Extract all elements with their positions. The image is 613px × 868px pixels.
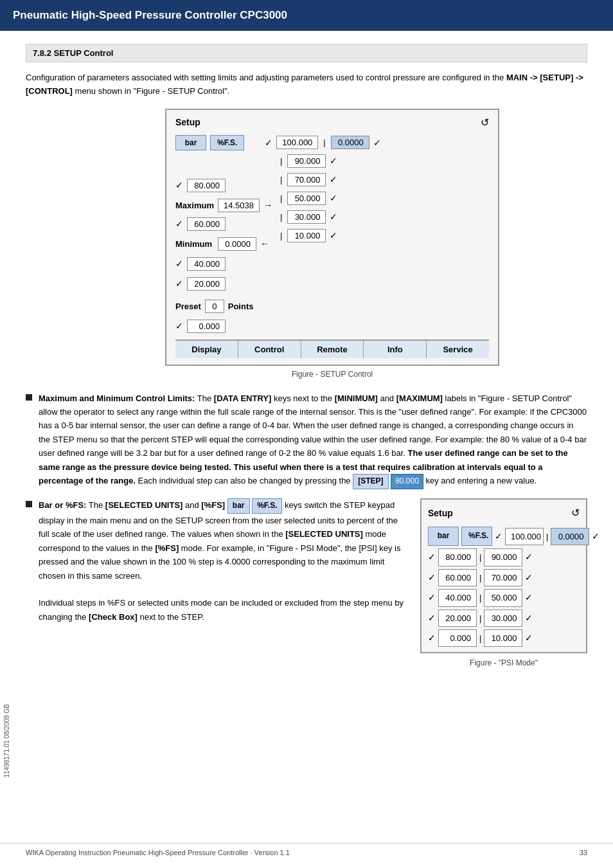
psi-check-10[interactable]: ✓ [525,631,533,646]
psi-val-40: 40.000 [438,589,477,606]
psi-check-0[interactable]: ✓ [428,631,436,646]
figure1-caption: Figure - SETUP Control [292,370,373,379]
min-arrow-icon[interactable]: ← [260,239,269,249]
psi-check-40[interactable]: ✓ [428,590,436,605]
check-70-right[interactable]: ✓ [330,174,337,185]
psi-val-80: 80.000 [438,548,477,566]
check-20-left[interactable]: ✓ [175,278,183,289]
pct-button[interactable]: %F.S. [210,135,244,150]
check-80-left[interactable]: ✓ [175,180,183,190]
unit-button[interactable]: bar [175,135,206,150]
footer-left: WIKA Operating Instruction Pneumatic Hig… [26,849,290,856]
setup-labels: ✓ 80.000 Maximum 14.5038 → ✓ 60.000 Mini… [175,154,272,333]
section-intro: Configuration of parameters associated w… [26,71,587,98]
bullet-item-1: Maximum and Minimum Control Limits: The … [26,392,587,489]
value-90: 90.000 [287,154,326,168]
check-60-left[interactable]: ✓ [175,219,183,229]
page-title: Pneumatic High-Speed Pressure Controller… [13,9,287,21]
side-margin-text: 11498171.01 08/2009 GB [3,704,10,778]
value-70: 70.000 [287,173,326,186]
psi-check-60[interactable]: ✓ [428,570,436,585]
preset-value[interactable]: 0 [205,300,224,313]
bullet2-heading: Bar or %FS: [39,500,86,510]
preset-label: Preset [175,302,201,311]
psi-pct-btn[interactable]: %F.S. [461,527,492,546]
check-0-left[interactable]: ✓ [175,321,183,331]
min-value[interactable]: 0.0000 [218,237,256,251]
setup-box-title: Setup [175,117,200,127]
page-footer: WIKA Operating Instruction Pneumatic Hig… [0,843,613,862]
psi-check-100[interactable]: ✓ [495,529,502,544]
psi-refresh-icon[interactable]: ↺ [571,505,580,521]
check-90-right[interactable]: ✓ [330,156,337,166]
value-0000: 0.0000 [331,136,369,149]
setup-box-header: Setup ↺ [175,116,489,129]
check-10-right[interactable]: ✓ [330,230,337,240]
refresh-icon[interactable]: ↺ [481,116,489,129]
nav-service[interactable]: Service [427,341,489,358]
bullet-list: Maximum and Minimum Control Limits: The … [26,392,587,677]
setup-figure-1: Setup ↺ bar %F.S. ✓ 100.000 | 0.0000 ✓ [77,109,587,379]
psi-figure: Setup ↺ bar %F.S. ✓ 100.000 | 0.0000 ✓ [420,498,587,670]
psi-check-90[interactable]: ✓ [525,550,533,565]
step-value: 80.000 [391,474,423,489]
preset-row: Preset 0 Points [175,300,272,313]
max-label: Maximum [175,201,214,210]
check-100-left[interactable]: ✓ [265,138,272,148]
psi-val-10: 10.000 [484,629,522,647]
value-10: 10.000 [287,229,326,242]
inline-pct-btn[interactable]: %F.S. [252,498,282,514]
preset-points: Points [228,302,254,311]
step-button[interactable]: [STEP] [353,474,388,489]
psi-val-90: 90.000 [484,548,522,566]
figure2-caption: Figure - "PSI Mode" [470,657,538,670]
max-arrow-icon[interactable]: → [263,200,272,210]
psi-check-30[interactable]: ✓ [525,611,533,626]
setup-main-area: ✓ 80.000 Maximum 14.5038 → ✓ 60.000 Mini… [175,154,489,333]
value-100: 100.000 [276,136,318,149]
setup-box: Setup ↺ bar %F.S. ✓ 100.000 | 0.0000 ✓ [165,109,499,366]
psi-val-100: 100.000 [505,528,544,545]
min-label: Minimum [175,239,214,249]
page-header: Pneumatic High-Speed Pressure Controller… [0,0,613,31]
psi-box: Setup ↺ bar %F.S. ✓ 100.000 | 0.0000 ✓ [420,498,587,653]
psi-check-0000[interactable]: ✓ [592,529,600,544]
value-60: 60.000 [187,217,226,231]
psi-box-title: Setup [428,506,453,521]
psi-check-50[interactable]: ✓ [525,590,533,605]
setup-right-values: | 90.000 ✓ | 70.000 ✓ | 50.000 ✓ [279,154,337,333]
psi-val-0000: 0.0000 [551,528,589,545]
section-title: 7.8.2 SETUP Control [33,48,113,58]
value-50: 50.000 [287,192,326,205]
setup-nav: Display Control Remote Info Service [175,339,489,358]
psi-check-70[interactable]: ✓ [525,570,533,585]
check-100-right[interactable]: ✓ [373,138,381,148]
bullet-content-1: Maximum and Minimum Control Limits: The … [39,392,587,489]
bullet-item-2: Setup ↺ bar %F.S. ✓ 100.000 | 0.0000 ✓ [26,498,587,676]
psi-val-60: 60.000 [438,569,477,586]
check-30-right[interactable]: ✓ [330,212,337,222]
check-50-right[interactable]: ✓ [330,193,337,203]
nav-info[interactable]: Info [364,341,427,358]
psi-val-50: 50.000 [484,589,522,606]
psi-check-80[interactable]: ✓ [428,550,436,565]
psi-unit-btn[interactable]: bar [428,527,459,546]
check-40-left[interactable]: ✓ [175,258,183,269]
nav-remote[interactable]: Remote [301,341,364,358]
bullet-content-2: Setup ↺ bar %F.S. ✓ 100.000 | 0.0000 ✓ [39,498,587,676]
value-20: 20.000 [187,277,226,291]
psi-val-30: 30.000 [484,610,522,627]
nav-control[interactable]: Control [238,341,301,358]
psi-val-0: 0.000 [438,629,477,647]
psi-box-header: Setup ↺ [428,505,580,521]
section-header: 7.8.2 SETUP Control [26,44,587,62]
psi-val-70: 70.000 [484,569,522,586]
inline-bar-btn[interactable]: bar [227,498,250,514]
bullet-square-2 [26,501,32,507]
psi-val-20: 20.000 [438,610,477,627]
nav-display[interactable]: Display [175,341,238,358]
psi-check-20[interactable]: ✓ [428,611,436,626]
bullet1-heading: Maximum and Minimum Control Limits: [39,393,195,403]
value-0: 0.000 [187,320,226,333]
max-value[interactable]: 14.5038 [218,199,260,212]
